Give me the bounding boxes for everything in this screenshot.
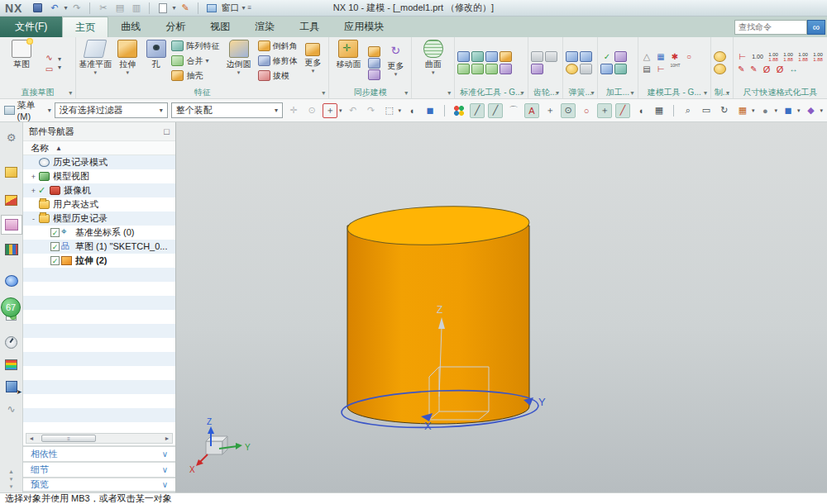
tree-item-model-views[interactable]: + 模型视图: [23, 169, 175, 183]
navigator-hscrollbar[interactable]: ◄ ≡ ►: [26, 433, 173, 444]
extrude-button[interactable]: 拉伸 ▾: [114, 39, 141, 87]
spring-tool-button[interactable]: [566, 64, 578, 74]
tree-item-user-expressions[interactable]: 用户表达式: [23, 197, 175, 212]
group-dialog-arrow[interactable]: ▾: [556, 89, 559, 97]
menu-button[interactable]: 菜单(M) ▾: [4, 99, 51, 121]
unite-button[interactable]: 合并 ▾: [171, 54, 219, 68]
drafting-tool-button[interactable]: [714, 64, 726, 74]
navigator-column-header[interactable]: 名称 ▲: [23, 140, 175, 155]
tree-item-datum-csys[interactable]: ✓ 基准坐标系 (0): [23, 226, 175, 240]
machining-tool-button[interactable]: [600, 64, 613, 74]
view-triad[interactable]: Z Y X: [189, 417, 251, 474]
chamfer-button[interactable]: 倒斜角: [258, 39, 298, 53]
tree-item-cameras[interactable]: + ✓ 摄像机: [23, 183, 175, 197]
section-preview[interactable]: 预览 ∨: [23, 477, 175, 492]
new-document-button[interactable]: [155, 2, 170, 14]
group-dialog-arrow[interactable]: ▾: [631, 89, 634, 97]
diameter-button[interactable]: Ø: [774, 64, 786, 74]
tab-tools[interactable]: 工具: [287, 17, 332, 37]
undo-dropdown-arrow[interactable]: ▾: [64, 4, 67, 12]
edge-blend-button[interactable]: 边倒圆 ▾: [222, 39, 255, 87]
spring-tool-button[interactable]: [580, 51, 592, 62]
replace-face-button[interactable]: [368, 46, 380, 57]
move-face-button[interactable]: 移动面: [332, 39, 365, 87]
snap-arc-center-icon[interactable]: ⊙: [561, 103, 576, 118]
snap-point-icon[interactable]: ＋: [597, 103, 612, 118]
datum-plane-button[interactable]: 基准平面 ▾: [79, 39, 112, 87]
scroll-right-icon[interactable]: ►: [162, 435, 172, 441]
window-button[interactable]: [204, 2, 218, 14]
show-hide-icon[interactable]: ◖: [404, 103, 419, 118]
tab-render[interactable]: 渲染: [242, 17, 287, 37]
gear-tool-button[interactable]: [531, 51, 543, 62]
snap-enable-icon[interactable]: [452, 103, 466, 118]
command-search-button[interactable]: ∞: [807, 20, 825, 35]
customize-qat-arrow[interactable]: ≡: [248, 4, 252, 12]
scroll-left-icon[interactable]: ◄: [26, 435, 36, 441]
machining-check-button[interactable]: ✓: [600, 51, 613, 62]
command-search-input[interactable]: [734, 20, 807, 35]
studio-spline-button[interactable]: ∿: [43, 52, 55, 63]
spline-dropdown-arrow[interactable]: ▾: [58, 55, 61, 63]
add-component-icon[interactable]: ＋: [323, 103, 337, 118]
draft-button[interactable]: 拔模: [258, 69, 298, 83]
std-tool-button[interactable]: [500, 64, 512, 74]
delete-face-button[interactable]: [368, 69, 380, 80]
snap-angle-icon[interactable]: A: [524, 103, 539, 118]
offset-region-button[interactable]: [368, 58, 380, 69]
brush-button[interactable]: ✎: [178, 2, 192, 14]
grid-display-icon[interactable]: ▦: [735, 103, 750, 118]
refresh-view-icon[interactable]: ↻: [717, 103, 732, 118]
group-dialog-arrow[interactable]: ▾: [69, 89, 72, 97]
section-details[interactable]: 细节 ∨: [23, 461, 175, 477]
std-tool-button[interactable]: [471, 51, 484, 62]
orient-view-icon[interactable]: ◆: [803, 103, 818, 118]
gear-tool-button[interactable]: [545, 51, 557, 62]
dim-format-button[interactable]: 1.001.88: [782, 52, 795, 62]
mirror-assembly-icon[interactable]: ↷: [364, 103, 379, 118]
spring-tool-button[interactable]: [580, 64, 592, 74]
dim-style-button[interactable]: ⊢: [736, 51, 748, 62]
machining-tool-button[interactable]: [614, 51, 627, 62]
checkbox[interactable]: ✓: [50, 256, 60, 265]
undo-button[interactable]: ↶: [47, 2, 61, 14]
reuse-library-button[interactable]: [3, 242, 20, 257]
rectangle-button[interactable]: ▭: [43, 64, 55, 74]
save-button[interactable]: [31, 2, 45, 14]
tree-item-extrude[interactable]: ✓ 拉伸 (2): [23, 254, 175, 268]
move-component-icon[interactable]: ✛: [286, 103, 301, 118]
dimension-button[interactable]: ⊢: [655, 64, 667, 74]
tree-item-sketch[interactable]: ✓ 草图 (1) "SKETCH_0...: [23, 240, 175, 254]
roam-gear-button[interactable]: ⚙: [3, 130, 20, 145]
std-tool-button[interactable]: [500, 51, 512, 62]
group-dialog-arrow[interactable]: ▾: [521, 89, 524, 97]
pattern-feature-button[interactable]: 阵列特征: [171, 39, 219, 53]
group-dialog-arrow[interactable]: ▾: [404, 89, 408, 97]
part-navigator-button[interactable]: [1, 215, 22, 235]
machining-tool-button[interactable]: [614, 64, 627, 74]
checkbox[interactable]: ✓: [50, 228, 60, 237]
system-clock-button[interactable]: [3, 335, 20, 349]
tab-view[interactable]: 视图: [198, 17, 242, 37]
spring-tool-button[interactable]: [566, 51, 578, 62]
web-browser-button[interactable]: [3, 273, 20, 288]
scroll-down-arrow[interactable]: ▾: [10, 484, 13, 489]
tab-file[interactable]: 文件(F): [0, 17, 62, 37]
fit-view-icon[interactable]: ⌕: [681, 103, 696, 118]
table-button[interactable]: ▦: [655, 51, 667, 62]
drafting-tool-button[interactable]: [714, 51, 726, 62]
std-tool-button[interactable]: [485, 51, 498, 62]
scroll-up-arrow[interactable]: ▲: [8, 469, 14, 474]
tree-item-model-history[interactable]: - 模型历史记录: [23, 212, 175, 226]
section-dependencies[interactable]: 相依性 ∨: [23, 445, 175, 461]
snap-endpoint-icon[interactable]: ╱: [470, 103, 485, 118]
copy-button[interactable]: ▤: [112, 2, 127, 14]
dim-value-button[interactable]: 1.00: [750, 54, 765, 59]
snap-point-on-curve-icon[interactable]: ╱: [615, 103, 630, 118]
viewport-canvas[interactable]: Z X Y Z Y X: [176, 122, 827, 492]
selection-scope-combo[interactable]: 整个装配 ▾: [171, 102, 283, 118]
new-dropdown-arrow[interactable]: ▾: [172, 4, 175, 12]
surface-button[interactable]: 曲面 ▾: [414, 39, 452, 87]
paste-button[interactable]: ▥: [129, 2, 143, 14]
sketch-button[interactable]: 草图: [2, 39, 41, 87]
